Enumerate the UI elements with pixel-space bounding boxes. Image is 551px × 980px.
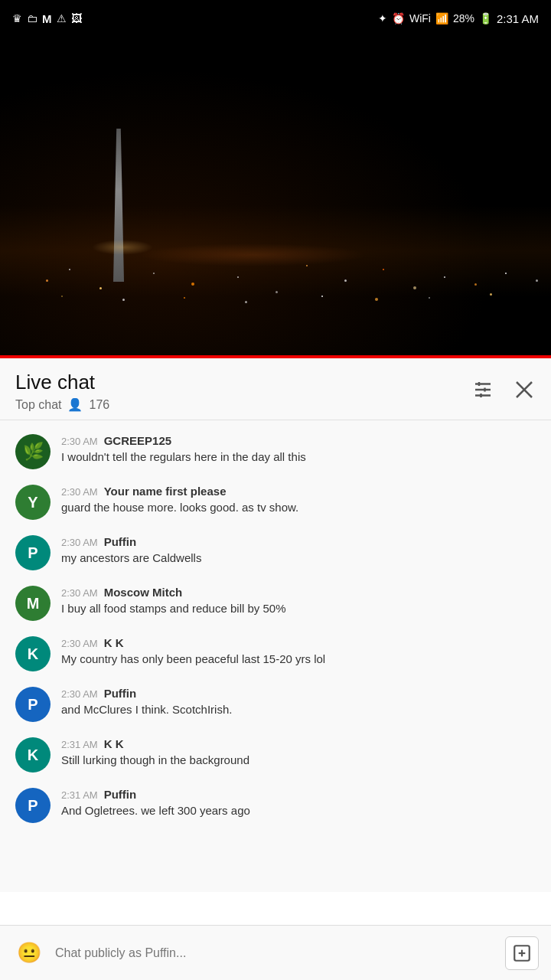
message-meta: 2:30 AM Moscow Mitch (61, 586, 536, 599)
message-time: 2:31 AM (61, 739, 98, 750)
viewer-count: 176 (89, 398, 109, 412)
chat-message: P 2:30 AM Puffin my ancestors are Caldwe… (0, 528, 551, 578)
message-text: Still lurking though in the background (61, 752, 536, 768)
avatar: Y (15, 485, 51, 520)
filter-button[interactable] (471, 378, 494, 404)
chat-input-area: 😐 (0, 925, 551, 980)
emoji-button[interactable]: 😐 (12, 936, 46, 970)
message-author: Your name first please (104, 485, 227, 498)
bluetooth-icon: ✦ (378, 12, 387, 24)
message-text: my ancestors are Caldwells (61, 550, 536, 566)
message-author: Puffin (104, 788, 137, 801)
avatar: P (15, 687, 51, 722)
video-background (0, 37, 551, 358)
message-author: Puffin (104, 687, 137, 700)
send-button[interactable] (505, 936, 539, 970)
chat-message: P 2:31 AM Puffin And Ogletrees. we left … (0, 780, 551, 831)
avatar: P (15, 535, 51, 570)
message-content: 2:30 AM K K My country has only been pea… (61, 636, 536, 667)
status-bar: ♛ 🗀 M ⚠ 🖼 ✦ ⏰ WiFi 📶 28% 🔋 2:31 AM (0, 0, 551, 37)
message-author: GCREEP125 (104, 434, 171, 447)
signal-icon: 📶 (435, 12, 448, 24)
message-content: 2:30 AM Puffin my ancestors are Caldwell… (61, 535, 536, 566)
message-content: 2:30 AM Your name first please guard the… (61, 485, 536, 515)
status-icons-left: ♛ 🗀 M ⚠ 🖼 (12, 12, 82, 25)
chat-message: Y 2:30 AM Your name first please guard t… (0, 477, 551, 528)
chat-messages-container: 🌿 2:30 AM GCREEP125 I wouldn't tell the … (0, 420, 551, 892)
close-button[interactable] (513, 378, 536, 404)
wifi-icon: WiFi (409, 12, 431, 24)
chat-message: K 2:31 AM K K Still lurking though in th… (0, 730, 551, 780)
live-chat-title: Live chat (15, 371, 109, 394)
folder-icon: 🗀 (27, 12, 37, 24)
m-icon: M (42, 12, 52, 25)
message-author: K K (104, 636, 124, 649)
message-meta: 2:30 AM Your name first please (61, 485, 536, 498)
chat-message: K 2:30 AM K K My country has only been p… (0, 629, 551, 679)
battery-icon: 🔋 (479, 12, 492, 24)
chat-input[interactable] (55, 936, 496, 970)
chat-header-actions (471, 378, 536, 404)
message-content: 2:30 AM Moscow Mitch I buy all food stam… (61, 586, 536, 616)
message-meta: 2:31 AM K K (61, 737, 536, 750)
message-author: Moscow Mitch (104, 586, 183, 599)
message-author: K K (104, 737, 124, 750)
video-player[interactable] (0, 37, 551, 358)
message-time: 2:30 AM (61, 587, 98, 599)
avatar: 🌿 (15, 434, 51, 469)
avatar: K (15, 737, 51, 773)
chat-message: M 2:30 AM Moscow Mitch I buy all food st… (0, 578, 551, 629)
message-time: 2:30 AM (61, 688, 98, 700)
message-text: I buy all food stamps and reduce bill by… (61, 600, 536, 616)
message-meta: 2:30 AM Puffin (61, 535, 536, 548)
message-author: Puffin (104, 535, 137, 548)
time-display: 2:31 AM (497, 12, 539, 25)
chat-header-sub: Top chat 👤 176 (15, 397, 109, 412)
message-content: 2:30 AM Puffin and McClures I think. Sco… (61, 687, 536, 717)
message-time: 2:30 AM (61, 436, 98, 447)
status-icons-right: ✦ ⏰ WiFi 📶 28% 🔋 2:31 AM (378, 12, 539, 25)
message-content: 2:30 AM GCREEP125 I wouldn't tell the re… (61, 434, 536, 465)
avatar: K (15, 636, 51, 671)
chat-message: 🌿 2:30 AM GCREEP125 I wouldn't tell the … (0, 426, 551, 477)
warning-icon: ⚠ (57, 12, 67, 24)
message-content: 2:31 AM K K Still lurking though in the … (61, 737, 536, 768)
avatar: M (15, 586, 51, 621)
image-icon: 🖼 (71, 12, 82, 24)
message-meta: 2:31 AM Puffin (61, 788, 536, 801)
message-meta: 2:30 AM K K (61, 636, 536, 649)
message-text: My country has only been peaceful last 1… (61, 651, 536, 667)
chat-message: P 2:30 AM Puffin and McClures I think. S… (0, 679, 551, 730)
message-text: I wouldn't tell the regulars here in the… (61, 449, 536, 465)
emoji-icon: 😐 (17, 941, 41, 965)
crown-icon: ♛ (12, 12, 22, 24)
message-text: and McClures I think. ScotchIrish. (61, 701, 536, 717)
chat-header-left: Live chat Top chat 👤 176 (15, 371, 109, 412)
message-text: guard the house more. looks good. as tv … (61, 499, 536, 515)
city-lights (0, 236, 551, 312)
message-content: 2:31 AM Puffin And Ogletrees. we left 30… (61, 788, 536, 818)
message-time: 2:30 AM (61, 537, 98, 548)
chat-header: Live chat Top chat 👤 176 (0, 358, 551, 420)
battery-percent: 28% (453, 12, 474, 24)
viewer-icon: 👤 (67, 397, 83, 412)
message-time: 2:30 AM (61, 486, 98, 498)
message-text: And Ogletrees. we left 300 years ago (61, 802, 536, 818)
message-time: 2:30 AM (61, 638, 98, 649)
message-meta: 2:30 AM GCREEP125 (61, 434, 536, 447)
message-time: 2:31 AM (61, 789, 98, 801)
message-meta: 2:30 AM Puffin (61, 687, 536, 700)
video-progress-bar[interactable] (0, 355, 551, 358)
avatar: P (15, 788, 51, 823)
top-chat-label[interactable]: Top chat (15, 398, 61, 412)
alarm-icon: ⏰ (392, 12, 405, 24)
